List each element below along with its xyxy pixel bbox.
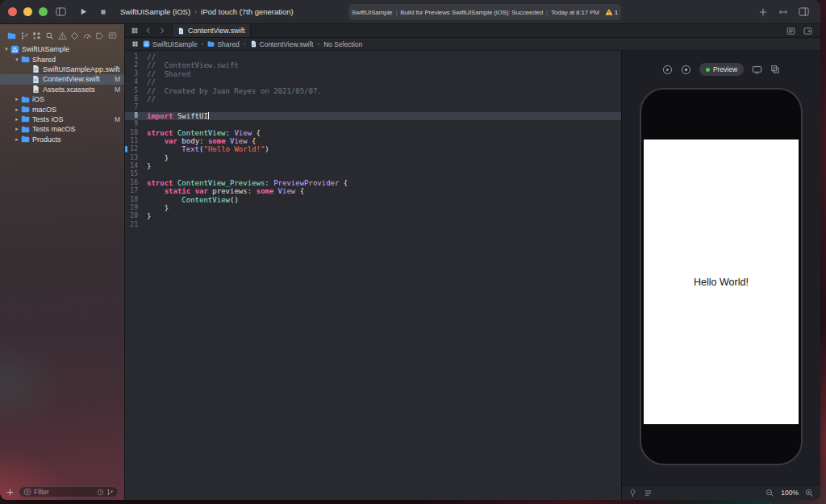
navigator-row-assets-xcassets[interactable]: Assets.xcassetsM xyxy=(0,85,124,94)
code-line-10[interactable]: 10struct ContentView: View { xyxy=(125,129,621,137)
code-line-2[interactable]: 2// ContentView.swift xyxy=(125,61,621,69)
related-items-grid-icon[interactable] xyxy=(131,27,139,35)
disclosure-right-icon[interactable]: ▸ xyxy=(13,106,21,113)
zoom-window-button[interactable] xyxy=(39,7,48,16)
report-navigator-icon[interactable] xyxy=(108,29,117,38)
navigator-row-macos[interactable]: ▸macOS xyxy=(0,104,124,114)
navigator-row-contentview-swift[interactable]: ContentView.swiftM xyxy=(0,74,124,84)
change-marker xyxy=(125,146,127,152)
breadcrumb-item-shared[interactable]: Shared xyxy=(207,40,239,48)
related-items-icon[interactable] xyxy=(131,40,139,48)
preview-on-device-icon[interactable] xyxy=(681,65,691,75)
filter-placeholder: Filter xyxy=(34,488,94,496)
preview-screen[interactable]: Hello World! xyxy=(644,140,799,424)
toggle-inspector-icon[interactable] xyxy=(799,6,809,17)
preview-device-frame: Hello World! xyxy=(640,88,803,465)
code-line-21[interactable]: 21 xyxy=(125,221,621,229)
code-line-3[interactable]: 3// Shared xyxy=(125,70,621,78)
toggle-navigator-icon[interactable] xyxy=(56,6,66,17)
code-line-1[interactable]: 1// xyxy=(125,53,621,61)
preview-inspect-icon[interactable] xyxy=(770,65,780,74)
run-button[interactable] xyxy=(79,7,88,16)
code-text: } xyxy=(142,212,151,220)
recent-files-icon[interactable] xyxy=(97,489,104,496)
navigator-row-tests-macos[interactable]: ▸Tests macOS xyxy=(0,124,124,134)
find-navigator-icon[interactable] xyxy=(45,29,54,38)
code-line-16[interactable]: 16struct ContentView_Previews: PreviewPr… xyxy=(125,179,621,187)
debug-navigator-icon[interactable] xyxy=(83,29,92,38)
code-line-8[interactable]: 8import SwiftUI xyxy=(125,112,621,120)
back-button[interactable] xyxy=(144,27,152,35)
disclosure-right-icon[interactable]: ▸ xyxy=(13,96,21,102)
disclosure-down-icon[interactable]: ▾ xyxy=(2,46,10,52)
code-line-5[interactable]: 5// Created by Juan Reyes on 2021/05/07. xyxy=(125,87,621,95)
code-line-15[interactable]: 15 xyxy=(125,170,621,178)
symbol-navigator-icon[interactable] xyxy=(32,29,41,38)
code-line-11[interactable]: 11 var body: some View { xyxy=(125,137,621,145)
activity-view[interactable]: SwiftUISample | Build for Previews Swift… xyxy=(348,4,621,20)
code-line-12[interactable]: 12 Text("Hello World!") xyxy=(125,145,621,153)
code-line-13[interactable]: 13 } xyxy=(125,154,621,162)
line-number: 3 xyxy=(125,70,142,78)
add-file-button[interactable] xyxy=(6,488,15,497)
code-text: // ContentView.swift xyxy=(142,61,239,69)
filter-input[interactable]: Filter xyxy=(19,486,119,498)
forward-button[interactable] xyxy=(158,27,166,35)
editor-options-icon[interactable] xyxy=(786,27,795,35)
scheme-selector[interactable]: SwiftUISample (iOS) › iPod touch (7th ge… xyxy=(120,7,294,16)
add-editor-icon[interactable] xyxy=(803,27,812,35)
line-number: 6 xyxy=(125,95,142,103)
code-line-14[interactable]: 14} xyxy=(125,162,621,170)
code-line-4[interactable]: 4// xyxy=(125,78,621,86)
breadcrumb-item-contentview-swift[interactable]: ContentView.swift xyxy=(250,40,314,48)
breadcrumb-separator: › xyxy=(244,40,246,48)
zoom-out-icon[interactable] xyxy=(766,489,774,498)
disclosure-right-icon[interactable]: ▸ xyxy=(13,116,21,123)
editor-arrows-icon[interactable] xyxy=(778,7,788,17)
code-line-7[interactable]: 7 xyxy=(125,103,621,111)
warnings-indicator[interactable]: 1 xyxy=(605,8,618,16)
breakpoint-navigator-icon[interactable] xyxy=(95,29,104,38)
navigator-row-swiftuisampleapp-swift[interactable]: SwiftUISampleApp.swift xyxy=(0,65,124,74)
test-navigator-icon[interactable] xyxy=(70,29,79,38)
navigator-row-shared[interactable]: ▾Shared xyxy=(0,54,124,64)
navigator-row-swiftuisample[interactable]: ▾SwiftUISample xyxy=(0,44,124,54)
code-line-19[interactable]: 19 } xyxy=(125,204,621,212)
text-cursor xyxy=(208,112,209,119)
source-control-navigator-icon[interactable] xyxy=(20,29,29,38)
code-editor[interactable]: 1//2// ContentView.swift3// Shared4//5//… xyxy=(125,51,621,500)
project-navigator-icon[interactable] xyxy=(7,29,16,38)
code-line-6[interactable]: 6// xyxy=(125,95,621,103)
disclosure-right-icon[interactable]: ▸ xyxy=(13,126,21,132)
breadcrumb-separator: › xyxy=(202,40,204,48)
preview-device-icon[interactable] xyxy=(752,65,762,75)
breadcrumb-separator: › xyxy=(317,40,319,48)
disclosure-right-icon[interactable]: ▸ xyxy=(13,136,21,143)
issue-navigator-icon[interactable] xyxy=(58,29,67,38)
source-control-filter-icon[interactable] xyxy=(106,489,114,496)
breadcrumb-item-swiftuisample[interactable]: SwiftUISample xyxy=(143,40,198,48)
preview-list-icon[interactable] xyxy=(644,489,653,498)
code-line-9[interactable]: 9 xyxy=(125,120,621,128)
run-destination[interactable]: iPod touch (7th generation) xyxy=(201,7,294,16)
breadcrumb-item-no-selection[interactable]: No Selection xyxy=(323,40,362,48)
close-window-button[interactable] xyxy=(8,7,17,16)
editor-tab-contentview[interactable]: ContentView.swift xyxy=(172,24,251,37)
navigator-row-products[interactable]: ▸Products xyxy=(0,135,124,144)
scheme-target[interactable]: SwiftUISample (iOS) xyxy=(120,7,190,16)
code-line-17[interactable]: 17 static var previews: some View { xyxy=(125,187,621,195)
preview-status-pill[interactable]: Preview xyxy=(699,63,744,76)
disclosure-down-icon[interactable]: ▾ xyxy=(13,56,21,63)
pin-preview-icon[interactable] xyxy=(628,489,637,498)
project-navigator-tree: ▾SwiftUISample▾SharedSwiftUISampleApp.sw… xyxy=(0,42,124,484)
library-plus-icon[interactable] xyxy=(758,7,768,17)
navigator-row-ios[interactable]: ▸iOS xyxy=(0,94,124,104)
code-line-18[interactable]: 18 ContentView() xyxy=(125,196,621,204)
code-line-20[interactable]: 20} xyxy=(125,212,621,220)
line-number: 20 xyxy=(125,212,142,220)
minimize-window-button[interactable] xyxy=(23,7,32,16)
stop-button[interactable] xyxy=(99,8,107,16)
navigator-row-tests-ios[interactable]: ▸Tests iOSM xyxy=(0,115,124,124)
zoom-in-icon[interactable] xyxy=(805,489,814,498)
live-preview-icon[interactable] xyxy=(662,65,673,75)
